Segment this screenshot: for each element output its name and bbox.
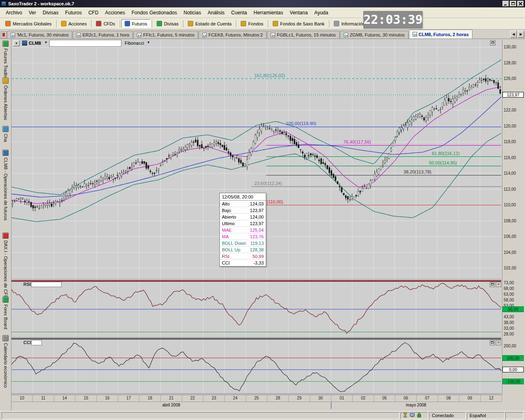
toolbar-button-estado-de-cuenta[interactable]: Estado de Cuenta	[185, 19, 235, 28]
menu-item-archivo[interactable]: Archivo	[2, 8, 25, 17]
menu-item-cfd[interactable]: CFD	[85, 8, 102, 17]
tooltip-row-alto: Alto124,03	[220, 201, 266, 207]
tab-list-button[interactable]	[1, 31, 7, 38]
toolbar-button-mercados-globales[interactable]: Mercados Globales	[2, 19, 55, 28]
cfd-trade-icon	[2, 233, 9, 239]
sidebar-item-futures-trading[interactable]: Futures Trading	[0, 41, 11, 80]
menu-bar: ArchivoVerDivisasFuturosCFDAccionesFondo…	[0, 7, 525, 18]
tab-fcek8-futuros-minutos-2[interactable]: FCEK8, Futuros, Minutos:2	[199, 31, 267, 39]
toolbar-button-label: Mercados Globales	[13, 21, 52, 26]
tooltip-row-value: 123,76	[250, 234, 264, 239]
date-tick-label: 25	[246, 395, 267, 402]
tab-label: ZGM8, Futuros, 30 minutos	[350, 32, 405, 37]
tooltip-row-value: 123,97	[250, 208, 264, 213]
close-button[interactable]	[517, 1, 524, 7]
menu-item-futuros[interactable]: Futuros	[62, 8, 85, 17]
date-tick-label: 06	[395, 395, 417, 402]
sidebar-item-calendario-economico[interactable]: Calendario económico	[0, 335, 11, 388]
chart-tab-icon	[11, 33, 15, 37]
tab-scroll-left-button[interactable]: ◀	[510, 31, 517, 38]
study-dropdown-arrow[interactable]: ▼	[147, 41, 150, 44]
toolbar-separator	[91, 20, 91, 27]
chart-tab-icon	[344, 33, 348, 37]
title-bar: SaxoTrader 2 - workspace.ok.7	[0, 0, 525, 7]
menu-item-fondos-gestionados[interactable]: Fondos Gestionados	[128, 8, 180, 17]
cci-period-input[interactable]	[31, 340, 42, 345]
menu-item-acciones[interactable]: Acciones	[102, 8, 128, 17]
tab-zgm8-futuros-30-minutos[interactable]: ZGM8, Futuros, 30 minutos	[340, 31, 409, 39]
menu-item-analisis[interactable]: Análisis	[204, 8, 228, 17]
date-tick-label: 14	[54, 395, 75, 402]
maximize-button[interactable]	[510, 1, 516, 7]
rsi-close-icon[interactable]: ×	[496, 282, 501, 287]
status-spare-cell	[505, 412, 523, 419]
date-tick-label: 10	[11, 395, 33, 402]
toolbar-button-label: Futuros	[132, 21, 147, 26]
tab-fgblc1-futuros-15-minutos[interactable]: FGBLc1, Futuros, 15 minutos	[267, 31, 340, 39]
tab-scroll-right-button[interactable]: ▶	[518, 31, 524, 38]
rsi-tick-label: 68,00	[504, 286, 514, 291]
toolbar-button-informacion[interactable]: Información	[331, 19, 368, 28]
sidebar-item-ordenes-abiertas[interactable]: Órdenes Abiertas	[0, 78, 11, 120]
toolbar-button-divisas[interactable]: Divisas	[153, 19, 182, 28]
chart-menu-button[interactable]: ▼	[13, 40, 20, 46]
instrument-icon	[22, 41, 27, 46]
rsi-period-input[interactable]	[31, 282, 62, 287]
sidebar-item-label: Futures Trading	[3, 48, 8, 80]
status-bar: Conectado Español	[0, 411, 525, 420]
cci-restore-icon[interactable]	[490, 340, 495, 345]
fib-level-label: 38,20(113,78)	[404, 169, 431, 174]
tab-clm8-futuros-2-horas[interactable]: CLM8, Futuros, 2 horas	[409, 30, 472, 39]
tooltip-row-value: 124,00	[250, 215, 264, 219]
toolbar: Mercados GlobalesAccionesCFDsFuturosDivi…	[0, 18, 525, 30]
forex-board-icon	[2, 297, 9, 303]
tooltip-row-value: 50,99	[252, 254, 264, 259]
menu-item-cuenta[interactable]: Cuenta	[228, 8, 251, 17]
toolbar-button-fondos[interactable]: Fondos	[237, 19, 267, 28]
sidebar-item-clm8-operaciones-de-futuros[interactable]: CLM8 - Operaciones de futuros	[0, 150, 11, 220]
symbol-input[interactable]	[49, 40, 121, 47]
futures-icon	[125, 21, 130, 26]
toolbar-button-acciones[interactable]: Acciones	[58, 19, 90, 28]
toolbar-button-futuros[interactable]: Futuros	[121, 19, 151, 28]
sidebar-item-dax-i-operaciones-de-cfd[interactable]: DAX.I - Operaciones de CFD	[0, 233, 11, 299]
tooltip-row-label: Alto	[222, 201, 230, 206]
menu-item-noticias[interactable]: Noticias	[180, 8, 205, 17]
rsi-panel-header: RSI ×	[11, 282, 502, 288]
tab-mc1-futuros-30-minutos[interactable]: 'Mc1, Futuros, 30 minutos	[7, 31, 72, 39]
sidebar-item-cha[interactable]: Cha	[0, 126, 11, 142]
rsi-restore-icon[interactable]	[490, 282, 495, 287]
chart-tab-icon	[202, 33, 207, 37]
cci-label: CCI	[23, 340, 31, 345]
date-axis[interactable]: 1011141516171821222324252829300102050607…	[11, 395, 502, 402]
sidebar-item-forex-board[interactable]: Forex Board	[0, 297, 11, 329]
toolbar-separator	[329, 20, 329, 27]
instrument-label[interactable]: CLM8	[29, 41, 41, 46]
toolbar-button-fondos-de-saxo-bank[interactable]: Fondos de Saxo Bank	[269, 19, 328, 28]
date-tick-label: 02	[353, 395, 374, 402]
menu-item-ventana[interactable]: Ventana	[286, 8, 311, 17]
cci-close-icon[interactable]: ×	[496, 340, 501, 345]
menu-item-ayuda[interactable]: Ayuda	[311, 8, 331, 17]
tooltip-row-cci: CCI-3,33	[220, 260, 266, 266]
menu-item-ver[interactable]: Ver	[25, 8, 39, 17]
menu-item-herramientas[interactable]: Herramientas	[250, 8, 286, 17]
open-orders-icon	[2, 78, 9, 84]
toolbar-button-cfds[interactable]: CFDs	[93, 19, 118, 28]
date-tick-label: 22	[182, 395, 203, 402]
tab-ffic1-futuros-5-minutos[interactable]: FFIc1, Futuros, 5 minutos	[133, 31, 198, 39]
tooltip-row-value: 124,03	[250, 201, 264, 206]
chart-restore-icon[interactable]	[490, 40, 495, 46]
tooltip-row-ultimo: Ultimo123,97	[220, 220, 266, 227]
tab-er2c1-futuros-1-hora[interactable]: ER2c1, Futuros, 1 hora	[73, 31, 133, 39]
study-selector[interactable]: Fibonacci	[125, 41, 144, 46]
tooltip-row-label: Bajo	[222, 208, 231, 213]
account-statement-icon	[188, 21, 193, 26]
instrument-dropdown-arrow[interactable]: ▼	[44, 41, 48, 44]
sidebar-item-label: Órdenes Abiertas	[3, 85, 8, 120]
sidebar-item-label: DAX.I - Operaciones de CFD	[3, 240, 8, 299]
chart-tab-icon	[413, 32, 417, 37]
menu-item-divisas[interactable]: Divisas	[39, 8, 62, 17]
fib-level-label: 76,40(117,56)	[343, 139, 371, 144]
minimize-button[interactable]	[502, 1, 509, 7]
